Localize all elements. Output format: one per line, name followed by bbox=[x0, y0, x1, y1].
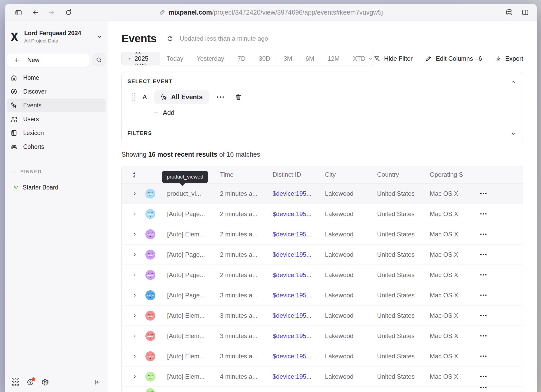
row-more-button[interactable] bbox=[480, 213, 493, 215]
row-more-button[interactable] bbox=[480, 315, 493, 316]
table-row[interactable]: [Auto] Page... 2 minutes a... $device:19… bbox=[122, 265, 523, 285]
date-picker-button[interactable]: Mar 11, 2025 3:30 pm bbox=[122, 52, 160, 65]
event-name-cell[interactable]: [Auto] Elem... bbox=[158, 312, 211, 319]
sidebar-item-events[interactable]: Events bbox=[7, 99, 106, 112]
preset-today[interactable]: Today bbox=[160, 52, 190, 65]
column-header-city[interactable]: City bbox=[316, 171, 368, 178]
table-row[interactable]: [Auto] Elem... 2 minutes a... $device:19… bbox=[122, 224, 523, 244]
hide-filter-button[interactable]: Hide Filter bbox=[373, 55, 413, 62]
event-selector-chip[interactable]: All Events bbox=[154, 90, 209, 104]
row-more-button[interactable] bbox=[480, 234, 493, 235]
table-row[interactable]: [Auto] Elem... 3 minutes a... $device:19… bbox=[122, 305, 523, 326]
row-expand-chevron[interactable] bbox=[122, 252, 141, 257]
row-more-button[interactable] bbox=[480, 376, 493, 377]
new-button[interactable]: New bbox=[7, 53, 89, 67]
distinct-id-link[interactable]: $device:195... bbox=[273, 271, 311, 278]
distinct-id-link[interactable]: $device:195... bbox=[273, 373, 311, 380]
event-name-cell[interactable]: [Auto] Elem... bbox=[158, 373, 211, 380]
event-name-cell[interactable]: [Auto] Page... bbox=[158, 271, 211, 279]
trash-icon[interactable] bbox=[235, 94, 242, 101]
event-name-cell[interactable]: product_vi... bbox=[158, 190, 211, 197]
row-more-button[interactable] bbox=[480, 387, 493, 388]
distinct-id-link[interactable]: $device:195... bbox=[273, 292, 311, 299]
apps-grid-icon[interactable] bbox=[12, 378, 19, 386]
search-button[interactable] bbox=[92, 53, 106, 66]
page-settings-icon[interactable] bbox=[506, 9, 513, 16]
help-button[interactable] bbox=[27, 378, 34, 386]
add-event-button[interactable]: Add bbox=[153, 109, 517, 117]
row-expand-chevron[interactable] bbox=[122, 333, 141, 339]
export-button[interactable]: Export bbox=[495, 55, 523, 62]
table-row[interactable]: [Auto] Page... 2 minutes a... $device:19… bbox=[122, 244, 523, 265]
row-expand-chevron[interactable] bbox=[122, 374, 141, 379]
event-name-cell[interactable]: [Auto] Elem... bbox=[158, 353, 211, 360]
preset-yesterday[interactable]: Yesterday bbox=[190, 52, 231, 65]
table-row[interactable] bbox=[122, 387, 523, 392]
row-more-button[interactable] bbox=[480, 254, 493, 255]
table-row[interactable]: [Auto] Elem... 4 minutes a... $device:19… bbox=[122, 366, 523, 387]
chevron-up-icon[interactable] bbox=[511, 79, 516, 85]
preset-7d[interactable]: 7D bbox=[231, 52, 252, 65]
column-header-country[interactable]: Country bbox=[368, 171, 420, 178]
column-header-time[interactable]: Time bbox=[211, 171, 263, 178]
row-more-button[interactable] bbox=[480, 356, 493, 357]
edit-columns-button[interactable]: Edit Columns · 6 bbox=[425, 55, 482, 62]
sidebar-item-users[interactable]: Users bbox=[7, 112, 106, 126]
settings-gear-icon[interactable] bbox=[41, 378, 49, 386]
chevron-down-icon[interactable] bbox=[511, 131, 516, 137]
column-header-os[interactable]: Operating S bbox=[420, 171, 475, 178]
row-more-button[interactable] bbox=[480, 295, 493, 296]
column-header-distinct-id[interactable]: Distinct ID bbox=[263, 171, 316, 178]
sidebar-item-cohorts[interactable]: Cohorts bbox=[7, 140, 106, 154]
collapse-sidebar-icon[interactable] bbox=[94, 378, 101, 386]
sidebar-toggle-icon[interactable] bbox=[15, 9, 22, 16]
preset-3m[interactable]: 3M bbox=[277, 52, 299, 65]
row-expand-chevron[interactable] bbox=[122, 387, 141, 392]
split-view-icon[interactable] bbox=[521, 9, 529, 16]
table-row[interactable]: [Auto] Page... 3 minutes a... $device:19… bbox=[122, 285, 523, 305]
distinct-id-link[interactable]: $device:195... bbox=[273, 210, 311, 217]
row-expand-chevron[interactable] bbox=[122, 272, 141, 278]
preset-12m[interactable]: 12M bbox=[321, 52, 347, 65]
row-more-button[interactable] bbox=[480, 193, 493, 194]
pinned-item-starter-board[interactable]: Starter Board bbox=[13, 184, 108, 191]
drag-handle[interactable] bbox=[132, 93, 135, 101]
pinned-section-header[interactable]: PINNED bbox=[13, 169, 108, 175]
row-expand-chevron[interactable] bbox=[122, 313, 141, 318]
distinct-id-link[interactable]: $device:195... bbox=[273, 312, 311, 319]
collapse-rows-icon[interactable] bbox=[122, 171, 141, 178]
forward-icon[interactable] bbox=[48, 9, 56, 16]
url-bar[interactable]: mixpanel.com/project/3472420/view/397469… bbox=[159, 9, 383, 16]
event-more-button[interactable] bbox=[217, 96, 224, 98]
refresh-icon[interactable] bbox=[167, 35, 174, 42]
sidebar-item-home[interactable]: Home bbox=[7, 71, 106, 85]
table-row[interactable]: [Auto] Elem... 3 minutes a... $device:19… bbox=[122, 346, 523, 366]
distinct-id-link[interactable]: $device:195... bbox=[273, 353, 311, 360]
event-name-cell[interactable]: [Auto] Elem... bbox=[158, 231, 211, 238]
row-more-button[interactable] bbox=[480, 274, 493, 275]
distinct-id-link[interactable]: $device:195... bbox=[273, 251, 311, 258]
sidebar-item-lexicon[interactable]: Lexicon bbox=[7, 126, 106, 140]
distinct-id-link[interactable]: $device:195... bbox=[273, 231, 311, 238]
table-row[interactable]: [Auto] Page... 2 minutes a... $device:19… bbox=[122, 204, 523, 224]
table-row[interactable]: [Auto] Elem... 3 minutes a... $device:19… bbox=[122, 326, 523, 346]
row-expand-chevron[interactable] bbox=[122, 232, 141, 237]
event-name-cell[interactable]: [Auto] Page... bbox=[158, 251, 211, 258]
sidebar-item-discover[interactable]: Discover bbox=[7, 85, 106, 99]
preset-30d[interactable]: 30D bbox=[252, 52, 277, 65]
event-name-cell[interactable]: [Auto] Page... bbox=[158, 210, 211, 218]
back-icon[interactable] bbox=[32, 9, 39, 16]
preset-6m[interactable]: 6M bbox=[299, 52, 321, 65]
row-more-button[interactable] bbox=[480, 335, 493, 336]
reload-icon[interactable] bbox=[65, 9, 72, 16]
row-expand-chevron[interactable] bbox=[122, 354, 141, 359]
row-expand-chevron[interactable] bbox=[122, 211, 141, 217]
preset-xtd[interactable]: XTD bbox=[346, 52, 373, 65]
event-name-cell[interactable]: [Auto] Page... bbox=[158, 292, 211, 299]
distinct-id-link[interactable]: $device:195... bbox=[273, 332, 311, 339]
project-switcher[interactable]: Lord Farquaad 2024 All Project Data bbox=[10, 30, 102, 44]
distinct-id-link[interactable]: $device:195... bbox=[273, 190, 311, 197]
event-name-cell[interactable]: [Auto] Elem... bbox=[158, 332, 211, 340]
row-expand-chevron[interactable] bbox=[122, 293, 141, 298]
row-expand-chevron[interactable] bbox=[122, 191, 141, 196]
